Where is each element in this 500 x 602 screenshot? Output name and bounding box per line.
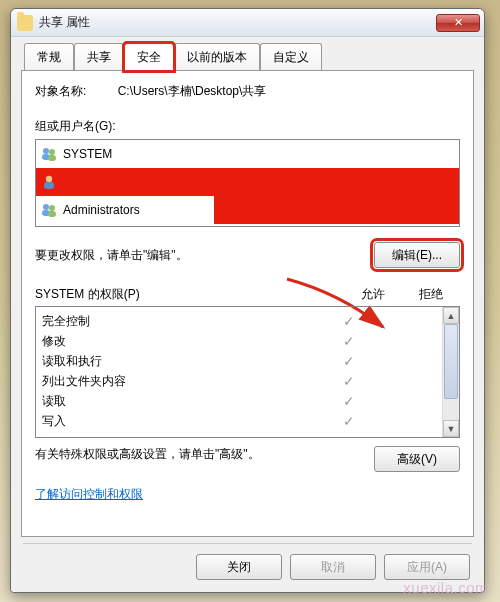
list-item[interactable]: Administrators bbox=[36, 196, 459, 224]
permissions-title: SYSTEM 的权限(P) bbox=[35, 286, 344, 303]
group-users-label: 组或用户名(G): bbox=[35, 118, 460, 135]
link-label: 了解访问控制和权限 bbox=[35, 487, 143, 501]
cancel-label: 取消 bbox=[321, 560, 345, 574]
edit-row: 要更改权限，请单击"编辑"。 编辑(E)... bbox=[35, 242, 460, 268]
advanced-button-label: 高级(V) bbox=[397, 452, 437, 466]
permissions-header: SYSTEM 的权限(P) 允许 拒绝 bbox=[35, 286, 460, 303]
scroll-track[interactable] bbox=[443, 324, 459, 420]
security-panel: 对象名称: C:\Users\李楠\Desktop\共享 组或用户名(G): S… bbox=[21, 70, 474, 537]
object-name-label: 对象名称: bbox=[35, 84, 86, 98]
check-icon: ✓ bbox=[320, 313, 378, 329]
advanced-row: 有关特殊权限或高级设置，请单击"高级"。 高级(V) bbox=[35, 446, 460, 472]
permission-name: 读取和执行 bbox=[42, 353, 320, 370]
list-item-label: Administrators bbox=[63, 203, 140, 217]
titlebar[interactable]: 共享 属性 ✕ bbox=[11, 9, 484, 37]
tab-previous-label: 以前的版本 bbox=[187, 50, 247, 64]
permissions-body: 完全控制 ✓ 修改 ✓ 读取和执行 ✓ 列出文 bbox=[36, 307, 442, 437]
advanced-button[interactable]: 高级(V) bbox=[374, 446, 460, 472]
permission-row[interactable]: 完全控制 ✓ bbox=[36, 311, 442, 331]
svg-point-6 bbox=[43, 204, 49, 210]
permission-name: 写入 bbox=[42, 413, 320, 430]
tab-sharing[interactable]: 共享 bbox=[74, 43, 124, 71]
scroll-up-button[interactable]: ▲ bbox=[443, 307, 459, 324]
tab-previous-versions[interactable]: 以前的版本 bbox=[174, 43, 260, 71]
svg-rect-3 bbox=[48, 155, 56, 161]
permission-row[interactable]: 列出文件夹内容 ✓ bbox=[36, 371, 442, 391]
tab-custom[interactable]: 自定义 bbox=[260, 43, 322, 71]
object-row: 对象名称: C:\Users\李楠\Desktop\共享 bbox=[35, 83, 460, 100]
check-icon: ✓ bbox=[320, 333, 378, 349]
permission-name: 修改 bbox=[42, 333, 320, 350]
close-button[interactable]: ✕ bbox=[436, 14, 480, 32]
tab-sharing-label: 共享 bbox=[87, 50, 111, 64]
permission-name: 读取 bbox=[42, 393, 320, 410]
check-icon: ✓ bbox=[320, 373, 378, 389]
list-item[interactable]: ████████████ bbox=[36, 168, 459, 196]
svg-point-4 bbox=[46, 176, 52, 182]
scroll-down-button[interactable]: ▼ bbox=[443, 420, 459, 437]
object-path: C:\Users\李楠\Desktop\共享 bbox=[118, 83, 267, 100]
tab-strip: 常规 共享 安全 以前的版本 自定义 bbox=[21, 43, 474, 71]
cancel-button[interactable]: 取消 bbox=[290, 554, 376, 580]
close-icon: ✕ bbox=[454, 16, 463, 29]
svg-rect-9 bbox=[48, 211, 56, 217]
list-item-label: SYSTEM bbox=[63, 147, 112, 161]
advanced-hint-text: 有关特殊权限或高级设置，请单击"高级"。 bbox=[35, 446, 374, 472]
svg-point-7 bbox=[49, 205, 55, 211]
users-icon bbox=[40, 145, 58, 163]
tab-general-label: 常规 bbox=[37, 50, 61, 64]
footer: 关闭 取消 应用(A) bbox=[11, 544, 484, 592]
permission-row[interactable]: 写入 ✓ bbox=[36, 411, 442, 431]
check-icon: ✓ bbox=[320, 413, 378, 429]
close-footer-button[interactable]: 关闭 bbox=[196, 554, 282, 580]
list-item[interactable]: SYSTEM bbox=[36, 140, 459, 168]
permissions-col-allow: 允许 bbox=[344, 286, 402, 303]
tab-custom-label: 自定义 bbox=[273, 50, 309, 64]
scroll-thumb[interactable] bbox=[444, 324, 458, 399]
close-footer-label: 关闭 bbox=[227, 560, 251, 574]
tab-general[interactable]: 常规 bbox=[24, 43, 74, 71]
permission-row[interactable]: 读取 ✓ bbox=[36, 391, 442, 411]
content-area: 常规 共享 安全 以前的版本 自定义 对象名称: C:\Users\李楠\Des… bbox=[11, 37, 484, 543]
learn-access-control-link[interactable]: 了解访问控制和权限 bbox=[35, 486, 460, 503]
window-title: 共享 属性 bbox=[39, 14, 90, 31]
group-users-listbox[interactable]: SYSTEM ████████████ Administrators bbox=[35, 139, 460, 227]
svg-point-1 bbox=[49, 149, 55, 155]
tab-security[interactable]: 安全 bbox=[124, 43, 174, 71]
apply-button[interactable]: 应用(A) bbox=[384, 554, 470, 580]
edit-button-label: 编辑(E)... bbox=[392, 248, 442, 262]
permissions-listbox[interactable]: 完全控制 ✓ 修改 ✓ 读取和执行 ✓ 列出文 bbox=[35, 306, 460, 438]
permission-row[interactable]: 修改 ✓ bbox=[36, 331, 442, 351]
edit-hint-text: 要更改权限，请单击"编辑"。 bbox=[35, 247, 374, 264]
apply-label: 应用(A) bbox=[407, 560, 447, 574]
user-icon bbox=[40, 173, 58, 191]
svg-point-0 bbox=[43, 148, 49, 154]
permission-row[interactable]: 读取和执行 ✓ bbox=[36, 351, 442, 371]
list-item-label: ████████████ bbox=[63, 175, 165, 189]
permission-name: 完全控制 bbox=[42, 313, 320, 330]
check-icon: ✓ bbox=[320, 393, 378, 409]
properties-dialog: 共享 属性 ✕ 常规 共享 安全 以前的版本 自定义 对象名称: C:\User… bbox=[10, 8, 485, 593]
users-icon bbox=[40, 201, 58, 219]
edit-button[interactable]: 编辑(E)... bbox=[374, 242, 460, 268]
permission-name: 列出文件夹内容 bbox=[42, 373, 320, 390]
permissions-col-deny: 拒绝 bbox=[402, 286, 460, 303]
tab-security-label: 安全 bbox=[137, 50, 161, 64]
scrollbar[interactable]: ▲ ▼ bbox=[442, 307, 459, 437]
check-icon: ✓ bbox=[320, 353, 378, 369]
folder-icon bbox=[17, 15, 33, 31]
svg-rect-5 bbox=[44, 182, 54, 189]
